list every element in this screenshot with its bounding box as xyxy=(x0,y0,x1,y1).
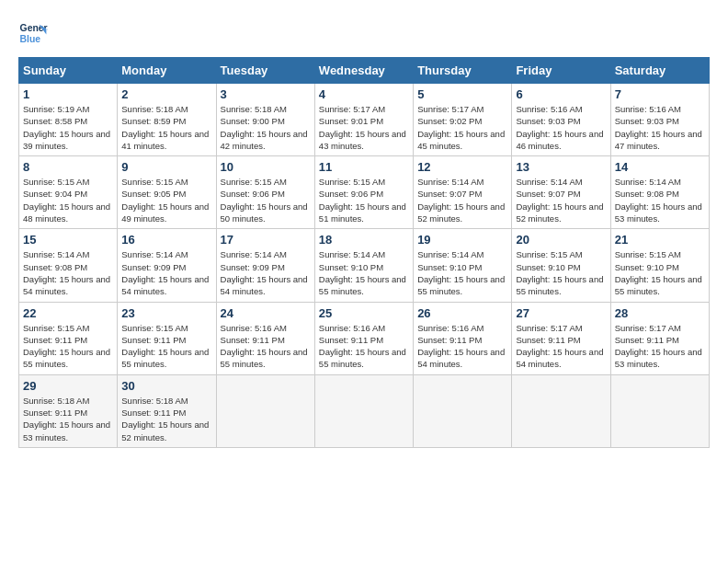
day-info: Sunrise: 5:14 AMSunset: 9:08 PMDaylight:… xyxy=(615,176,705,224)
day-number: 25 xyxy=(319,306,409,320)
day-number: 2 xyxy=(121,87,211,101)
day-info: Sunrise: 5:16 AMSunset: 9:11 PMDaylight:… xyxy=(319,322,409,371)
day-cell: 25Sunrise: 5:16 AMSunset: 9:11 PMDayligh… xyxy=(314,302,413,374)
day-cell: 10Sunrise: 5:15 AMSunset: 9:06 PMDayligh… xyxy=(216,156,314,229)
day-number: 26 xyxy=(417,306,507,320)
page-header: General Blue xyxy=(18,18,710,48)
day-cell: 19Sunrise: 5:14 AMSunset: 9:10 PMDayligh… xyxy=(414,229,512,302)
day-number: 16 xyxy=(121,233,211,247)
header-monday: Monday xyxy=(118,58,216,84)
day-info: Sunrise: 5:19 AMSunset: 8:58 PMDaylight:… xyxy=(23,103,113,152)
day-number: 10 xyxy=(221,160,311,174)
day-number: 3 xyxy=(221,87,311,101)
day-cell: 23Sunrise: 5:15 AMSunset: 9:11 PMDayligh… xyxy=(118,302,216,374)
header-sunday: Sunday xyxy=(19,58,118,84)
day-cell: 1Sunrise: 5:19 AMSunset: 8:58 PMDaylight… xyxy=(19,84,118,156)
day-number: 19 xyxy=(417,233,507,247)
week-row-4: 22Sunrise: 5:15 AMSunset: 9:11 PMDayligh… xyxy=(19,302,710,374)
day-cell: 12Sunrise: 5:14 AMSunset: 9:07 PMDayligh… xyxy=(414,156,512,229)
logo-icon: General Blue xyxy=(18,18,48,48)
day-number: 23 xyxy=(121,306,211,320)
day-cell: 5Sunrise: 5:17 AMSunset: 9:02 PMDaylight… xyxy=(414,84,512,156)
day-info: Sunrise: 5:15 AMSunset: 9:11 PMDaylight:… xyxy=(121,322,211,371)
day-cell: 2Sunrise: 5:18 AMSunset: 8:59 PMDaylight… xyxy=(118,84,216,156)
day-number: 9 xyxy=(121,160,211,174)
day-number: 21 xyxy=(615,233,705,247)
day-info: Sunrise: 5:17 AMSunset: 9:11 PMDaylight:… xyxy=(615,322,705,371)
day-cell: 21Sunrise: 5:15 AMSunset: 9:10 PMDayligh… xyxy=(610,229,709,302)
day-info: Sunrise: 5:17 AMSunset: 9:01 PMDaylight:… xyxy=(319,103,409,152)
day-info: Sunrise: 5:14 AMSunset: 9:07 PMDaylight:… xyxy=(516,176,606,224)
day-info: Sunrise: 5:17 AMSunset: 9:11 PMDaylight:… xyxy=(516,322,606,371)
day-number: 17 xyxy=(221,233,311,247)
day-number: 6 xyxy=(516,87,606,101)
week-row-2: 8Sunrise: 5:15 AMSunset: 9:04 PMDaylight… xyxy=(19,156,710,229)
day-cell: 20Sunrise: 5:15 AMSunset: 9:10 PMDayligh… xyxy=(512,229,610,302)
day-number: 30 xyxy=(121,379,211,393)
day-number: 5 xyxy=(417,87,507,101)
day-cell: 17Sunrise: 5:14 AMSunset: 9:09 PMDayligh… xyxy=(216,229,314,302)
day-cell: 8Sunrise: 5:15 AMSunset: 9:04 PMDaylight… xyxy=(19,156,118,229)
day-cell: 28Sunrise: 5:17 AMSunset: 9:11 PMDayligh… xyxy=(610,302,709,374)
day-cell: 16Sunrise: 5:14 AMSunset: 9:09 PMDayligh… xyxy=(118,229,216,302)
day-number: 7 xyxy=(615,87,705,101)
day-cell: 3Sunrise: 5:18 AMSunset: 9:00 PMDaylight… xyxy=(216,84,314,156)
day-cell: 29Sunrise: 5:18 AMSunset: 9:11 PMDayligh… xyxy=(19,374,118,447)
header-saturday: Saturday xyxy=(610,58,709,84)
day-cell xyxy=(314,374,413,447)
day-info: Sunrise: 5:18 AMSunset: 8:59 PMDaylight:… xyxy=(121,103,211,152)
day-cell: 7Sunrise: 5:16 AMSunset: 9:03 PMDaylight… xyxy=(610,84,709,156)
day-cell: 4Sunrise: 5:17 AMSunset: 9:01 PMDaylight… xyxy=(314,84,413,156)
day-cell: 15Sunrise: 5:14 AMSunset: 9:08 PMDayligh… xyxy=(19,229,118,302)
day-info: Sunrise: 5:14 AMSunset: 9:10 PMDaylight:… xyxy=(319,248,409,297)
day-cell: 14Sunrise: 5:14 AMSunset: 9:08 PMDayligh… xyxy=(610,156,709,229)
day-info: Sunrise: 5:18 AMSunset: 9:11 PMDaylight:… xyxy=(121,395,211,443)
day-cell: 13Sunrise: 5:14 AMSunset: 9:07 PMDayligh… xyxy=(512,156,610,229)
header-tuesday: Tuesday xyxy=(216,58,314,84)
day-cell xyxy=(512,374,610,447)
day-info: Sunrise: 5:16 AMSunset: 9:03 PMDaylight:… xyxy=(615,103,705,152)
day-info: Sunrise: 5:15 AMSunset: 9:10 PMDaylight:… xyxy=(615,248,705,297)
day-cell: 27Sunrise: 5:17 AMSunset: 9:11 PMDayligh… xyxy=(512,302,610,374)
day-info: Sunrise: 5:15 AMSunset: 9:11 PMDaylight:… xyxy=(23,322,113,371)
day-info: Sunrise: 5:14 AMSunset: 9:09 PMDaylight:… xyxy=(221,248,311,297)
day-number: 24 xyxy=(221,306,311,320)
week-row-1: 1Sunrise: 5:19 AMSunset: 8:58 PMDaylight… xyxy=(19,84,710,156)
day-info: Sunrise: 5:16 AMSunset: 9:03 PMDaylight:… xyxy=(516,103,606,152)
day-number: 14 xyxy=(615,160,705,174)
day-cell: 18Sunrise: 5:14 AMSunset: 9:10 PMDayligh… xyxy=(314,229,413,302)
day-cell xyxy=(414,374,512,447)
day-cell: 22Sunrise: 5:15 AMSunset: 9:11 PMDayligh… xyxy=(19,302,118,374)
day-info: Sunrise: 5:16 AMSunset: 9:11 PMDaylight:… xyxy=(417,322,507,371)
logo: General Blue xyxy=(18,18,48,48)
day-number: 22 xyxy=(23,306,113,320)
day-number: 28 xyxy=(615,306,705,320)
day-number: 20 xyxy=(516,233,606,247)
day-cell xyxy=(216,374,314,447)
day-number: 15 xyxy=(23,233,113,247)
day-cell xyxy=(610,374,709,447)
day-info: Sunrise: 5:18 AMSunset: 9:00 PMDaylight:… xyxy=(221,103,311,152)
day-info: Sunrise: 5:15 AMSunset: 9:05 PMDaylight:… xyxy=(121,176,211,224)
day-number: 29 xyxy=(23,379,113,393)
day-number: 13 xyxy=(516,160,606,174)
day-cell: 9Sunrise: 5:15 AMSunset: 9:05 PMDaylight… xyxy=(118,156,216,229)
day-number: 12 xyxy=(417,160,507,174)
header-friday: Friday xyxy=(512,58,610,84)
calendar-table: SundayMondayTuesdayWednesdayThursdayFrid… xyxy=(18,57,710,448)
day-info: Sunrise: 5:16 AMSunset: 9:11 PMDaylight:… xyxy=(221,322,311,371)
day-info: Sunrise: 5:15 AMSunset: 9:10 PMDaylight:… xyxy=(516,248,606,297)
day-info: Sunrise: 5:15 AMSunset: 9:06 PMDaylight:… xyxy=(221,176,311,224)
day-info: Sunrise: 5:18 AMSunset: 9:11 PMDaylight:… xyxy=(23,395,113,443)
day-cell: 6Sunrise: 5:16 AMSunset: 9:03 PMDaylight… xyxy=(512,84,610,156)
day-number: 18 xyxy=(319,233,409,247)
week-row-3: 15Sunrise: 5:14 AMSunset: 9:08 PMDayligh… xyxy=(19,229,710,302)
day-info: Sunrise: 5:14 AMSunset: 9:10 PMDaylight:… xyxy=(417,248,507,297)
day-info: Sunrise: 5:14 AMSunset: 9:07 PMDaylight:… xyxy=(417,176,507,224)
day-number: 8 xyxy=(23,160,113,174)
day-number: 4 xyxy=(319,87,409,101)
day-info: Sunrise: 5:15 AMSunset: 9:04 PMDaylight:… xyxy=(23,176,113,224)
svg-text:Blue: Blue xyxy=(20,34,41,44)
day-cell: 26Sunrise: 5:16 AMSunset: 9:11 PMDayligh… xyxy=(414,302,512,374)
day-info: Sunrise: 5:14 AMSunset: 9:09 PMDaylight:… xyxy=(121,248,211,297)
